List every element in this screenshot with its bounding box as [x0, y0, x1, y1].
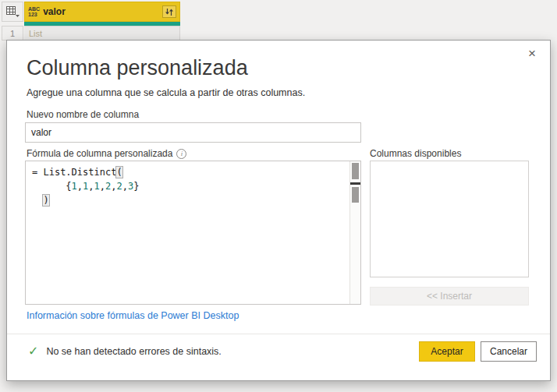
column-name: valor	[43, 6, 159, 17]
new-column-name-label: Nuevo nombre de columna	[27, 109, 139, 120]
column-header-valor[interactable]: ABC 123 valor	[24, 2, 180, 22]
footer-divider	[7, 334, 550, 334]
accept-button[interactable]: Aceptar	[419, 341, 475, 362]
syntax-status: ✓ No se han detectado errores de sintaxi…	[28, 344, 222, 358]
scrollbar-split-line	[350, 182, 360, 185]
available-columns-list[interactable]	[370, 161, 529, 277]
data-type-any-icon: ABC 123	[28, 6, 40, 17]
formula-scrollbar[interactable]	[349, 161, 360, 304]
formulas-help-link[interactable]: Información sobre fórmulas de Power BI D…	[27, 310, 239, 321]
syntax-status-text: No se han detectado errores de sintaxis.	[46, 346, 221, 357]
table-cell-list[interactable]: List	[24, 26, 180, 41]
available-columns-label: Columnas disponibles	[370, 148, 461, 159]
new-column-name-input[interactable]	[25, 122, 361, 143]
table-select-all-button[interactable]	[2, 2, 23, 22]
row-number: 1	[2, 26, 23, 41]
close-button[interactable]: ×	[523, 45, 541, 62]
custom-column-dialog: × Columna personalizada Agregue una colu…	[6, 40, 551, 381]
formula-label: Fórmula de columna personalizada i	[27, 148, 186, 159]
formula-editor[interactable]: = List.Distinct( {1,1,1,2,2,3} )	[25, 161, 361, 305]
info-icon[interactable]: i	[176, 149, 186, 159]
dialog-subtitle: Agregue una columna que se calcula a par…	[27, 87, 305, 98]
cancel-button[interactable]: Cancelar	[481, 341, 537, 362]
scrollbar-thumb[interactable]	[352, 187, 359, 203]
formula-label-text: Fórmula de columna personalizada	[27, 148, 172, 159]
checkmark-icon: ✓	[28, 344, 38, 358]
dialog-title: Columna personalizada	[27, 56, 248, 80]
insert-button[interactable]: << Insertar	[370, 287, 529, 305]
table-grid-icon	[6, 6, 20, 17]
formula-code[interactable]: = List.Distinct( {1,1,1,2,2,3} )	[26, 161, 349, 304]
expand-arrows-icon	[165, 8, 174, 16]
scrollbar-thumb[interactable]	[352, 163, 359, 179]
expand-column-button[interactable]	[162, 5, 176, 18]
